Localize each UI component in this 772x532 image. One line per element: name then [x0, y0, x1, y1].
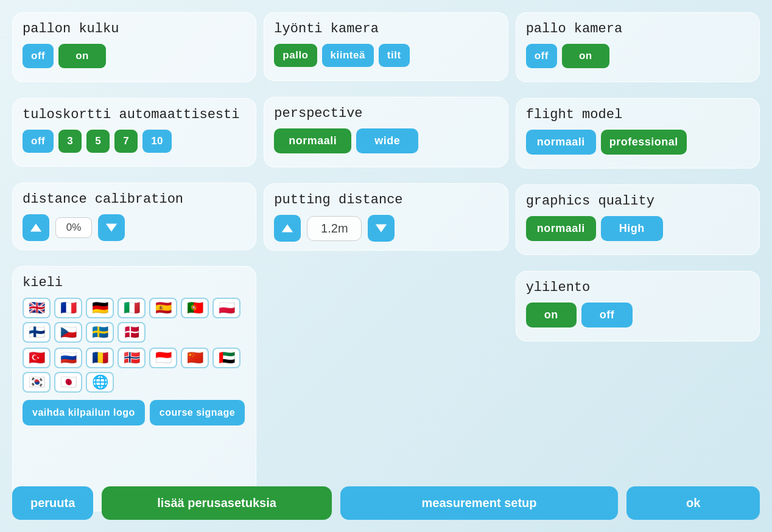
tuloskortti-off-button[interactable]: off [23, 130, 54, 153]
tuloskortti-3-button[interactable]: 3 [58, 130, 82, 153]
flag-pt[interactable]: 🇵🇹 [181, 298, 209, 318]
flag-ro[interactable]: 🇷🇴 [86, 348, 114, 368]
peruuta-button[interactable]: peruuta [12, 486, 93, 520]
flag-es[interactable]: 🇪🇸 [149, 298, 177, 318]
flag-gb[interactable]: 🇬🇧 [23, 298, 51, 318]
svg-marker-3 [376, 225, 387, 233]
flight-model-title: flight model [526, 107, 749, 122]
putting-down-button[interactable] [368, 215, 395, 242]
perspective-normaali-button[interactable]: normaali [274, 128, 351, 153]
ylilento-on-button[interactable]: on [526, 303, 577, 327]
putting-value: 1.2m [307, 216, 362, 241]
flag-dk[interactable]: 🇩🇰 [118, 322, 146, 343]
tuloskortti-7-button[interactable]: 7 [114, 130, 138, 153]
graphics-quality-buttons: normaali High [526, 216, 749, 241]
flag-fr[interactable]: 🇫🇷 [54, 298, 82, 318]
pallon-kulku-off-button[interactable]: off [23, 44, 54, 68]
flag-id[interactable]: 🇮🇩 [149, 348, 177, 368]
flight-model-buttons: normaali professional [526, 130, 749, 155]
ylilento-off-button[interactable]: off [581, 303, 633, 327]
flag-cn[interactable]: 🇨🇳 [181, 348, 209, 368]
flag-world[interactable]: 🌐 [86, 372, 114, 393]
course-signage-button[interactable]: course signage [150, 400, 245, 425]
svg-marker-2 [282, 225, 293, 233]
kieli-title: kieli [23, 275, 246, 290]
lyonti-pallo-button[interactable]: pallo [274, 44, 317, 67]
pallon-kulku-buttons: off on [23, 44, 246, 68]
flag-it[interactable]: 🇮🇹 [118, 298, 146, 318]
tuloskortti-5-button[interactable]: 5 [86, 130, 110, 153]
flag-kr[interactable]: 🇰🇷 [23, 372, 51, 393]
perspective-buttons: normaali wide [274, 128, 497, 153]
graphics-normaali-button[interactable]: normaali [526, 216, 596, 241]
flag-tr[interactable]: 🇹🇷 [23, 348, 51, 368]
ylilento-buttons: on off [526, 303, 749, 327]
putting-stepper-row: 1.2m [274, 215, 497, 242]
flag-se[interactable]: 🇸🇪 [86, 322, 114, 343]
flag-pl[interactable]: 🇵🇱 [212, 298, 240, 318]
flight-professional-button[interactable]: professional [601, 130, 687, 155]
distance-down-button[interactable] [98, 214, 125, 241]
ylilento-title: ylilento [526, 280, 749, 295]
flight-normaali-button[interactable]: normaali [526, 130, 596, 155]
flag-cz[interactable]: 🇨🇿 [54, 322, 82, 343]
putting-up-button[interactable] [274, 215, 301, 242]
lyonti-kamera-title: lyönti kamera [274, 21, 497, 37]
pallo-kamera-on-button[interactable]: on [562, 44, 609, 68]
lyonti-tilt-button[interactable]: tilt [379, 44, 410, 67]
pallon-kulku-section: pallon kulku off on [12, 12, 256, 82]
measurement-button[interactable]: measurement setup [340, 486, 619, 520]
putting-distance-title: putting distance [274, 192, 497, 208]
lisaa-button[interactable]: lisää perusasetuksia [102, 486, 331, 520]
ok-button[interactable]: ok [626, 486, 760, 520]
perspective-section: perspective normaali wide [264, 97, 508, 167]
bottom-action-row: peruuta lisää perusasetuksia measurement… [12, 486, 760, 520]
pallo-kamera-buttons: off on [526, 44, 749, 68]
pallon-kulku-on-button[interactable]: on [58, 44, 106, 68]
distance-value: 0% [55, 217, 92, 238]
lyonti-kamera-section: lyönti kamera pallo kiinteä tilt [264, 12, 508, 81]
putting-distance-section: putting distance 1.2m [264, 183, 508, 251]
flag-fi[interactable]: 🇫🇮 [23, 322, 51, 343]
kieli-section: kieli 🇬🇧 🇫🇷 🇩🇪 🇮🇹 🇪🇸 🇵🇹 🇵🇱 🇫🇮 🇨🇿 🇸🇪 🇩🇰 🇹… [12, 266, 256, 511]
svg-marker-1 [106, 224, 117, 232]
lyonti-kiintea-button[interactable]: kiinteä [322, 44, 374, 67]
graphics-quality-section: graphics quality normaali High [516, 184, 760, 255]
vaihda-button[interactable]: vaihda kilpailun logo [23, 400, 145, 425]
flag-ae[interactable]: 🇦🇪 [212, 348, 240, 368]
pallo-kamera-off-button[interactable]: off [526, 44, 557, 68]
flag-ru[interactable]: 🇷🇺 [54, 348, 82, 368]
pallo-kamera-section: pallo kamera off on [516, 12, 760, 82]
distance-stepper-row: 0% [23, 214, 246, 241]
tuloskortti-buttons: off 3 5 7 10 [23, 130, 246, 153]
pallo-kamera-title: pallo kamera [526, 21, 749, 37]
distance-up-button[interactable] [23, 214, 49, 241]
tuloskortti-section: tuloskortti automaattisesti off 3 5 7 10 [12, 98, 256, 167]
flags-row-2: 🇹🇷 🇷🇺 🇷🇴 🇳🇴 🇮🇩 🇨🇳 🇦🇪 🇰🇷 🇯🇵 🌐 [23, 348, 246, 393]
tuloskortti-10-button[interactable]: 10 [142, 130, 172, 153]
perspective-title: perspective [274, 106, 497, 121]
perspective-wide-button[interactable]: wide [356, 128, 418, 153]
lyonti-kamera-buttons: pallo kiinteä tilt [274, 44, 497, 67]
pallon-kulku-title: pallon kulku [23, 21, 246, 37]
flag-de[interactable]: 🇩🇪 [86, 298, 114, 318]
svg-marker-0 [30, 224, 41, 232]
flags-row-1: 🇬🇧 🇫🇷 🇩🇪 🇮🇹 🇪🇸 🇵🇹 🇵🇱 🇫🇮 🇨🇿 🇸🇪 🇩🇰 [23, 298, 246, 343]
tuloskortti-title: tuloskortti automaattisesti [23, 107, 246, 122]
ylilento-section: ylilento on off [516, 271, 760, 341]
graphics-high-button[interactable]: High [601, 216, 663, 241]
graphics-quality-title: graphics quality [526, 194, 749, 209]
distance-calibration-section: distance calibration 0% [12, 183, 256, 250]
flag-no[interactable]: 🇳🇴 [118, 348, 146, 368]
bottom-logo-buttons: vaihda kilpailun logo course signage [23, 400, 246, 425]
distance-calibration-title: distance calibration [23, 192, 246, 207]
flight-model-section: flight model normaali professional [516, 98, 760, 169]
flag-jp[interactable]: 🇯🇵 [54, 372, 82, 393]
